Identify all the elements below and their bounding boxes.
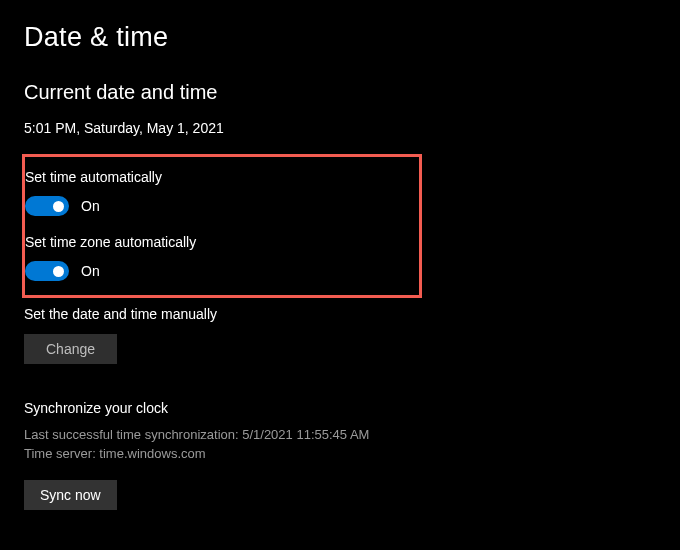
set-time-auto-toggle[interactable] <box>25 196 69 216</box>
set-time-auto-state: On <box>81 198 100 214</box>
toggle-knob-icon <box>53 266 64 277</box>
set-zone-auto-label: Set time zone automatically <box>25 234 409 250</box>
set-time-auto-label: Set time automatically <box>25 169 409 185</box>
set-zone-auto-row: On <box>25 261 409 281</box>
sync-time-server: Time server: time.windows.com <box>24 445 656 464</box>
sync-last-success: Last successful time synchronization: 5/… <box>24 426 656 445</box>
sync-clock-heading: Synchronize your clock <box>24 400 656 416</box>
set-zone-auto-toggle[interactable] <box>25 261 69 281</box>
page-title: Date & time <box>24 22 656 53</box>
manual-datetime-section: Set the date and time manually Change <box>24 306 656 364</box>
sync-now-button[interactable]: Sync now <box>24 480 117 510</box>
set-time-auto-row: On <box>25 196 409 216</box>
change-button[interactable]: Change <box>24 334 117 364</box>
set-zone-auto-block: Set time zone automatically On <box>25 234 409 281</box>
highlight-box: Set time automatically On Set time zone … <box>22 154 422 298</box>
sync-clock-info: Last successful time synchronization: 5/… <box>24 426 656 464</box>
manual-datetime-label: Set the date and time manually <box>24 306 656 322</box>
current-datetime-heading: Current date and time <box>24 81 656 104</box>
set-zone-auto-state: On <box>81 263 100 279</box>
current-datetime-value: 5:01 PM, Saturday, May 1, 2021 <box>24 120 656 136</box>
toggle-knob-icon <box>53 201 64 212</box>
sync-clock-section: Synchronize your clock Last successful t… <box>24 400 656 510</box>
set-time-auto-block: Set time automatically On <box>25 169 409 216</box>
